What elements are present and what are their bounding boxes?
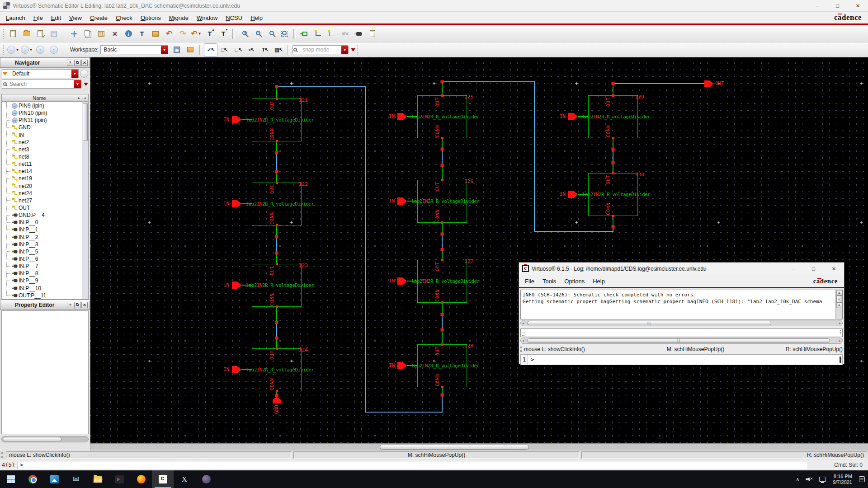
property-editor-header[interactable]: Property Editor ? ⧉ ✕ xyxy=(0,300,90,310)
create-pin-button[interactable] xyxy=(352,27,366,40)
navigator-search-box[interactable]: ▼ xyxy=(2,80,81,89)
menu-tools[interactable]: Tools xyxy=(538,277,560,286)
workspace-dropdown-icon[interactable]: ▼ xyxy=(161,46,168,54)
volume-muted-icon[interactable] xyxy=(802,477,816,482)
tray-expand-icon[interactable]: ∧ xyxy=(793,477,802,482)
workspace-combo[interactable]: Basic ▼ xyxy=(100,45,168,54)
schematic-instance-I26[interactable]: I26OUTCONNlab2IN2R_R_voltageDividerIN xyxy=(417,180,467,223)
taskbar-x-server[interactable]: X xyxy=(174,470,195,488)
schematic-instance-I25[interactable]: I25OUTCONNlab2IN2R_R_voltageDividerIN xyxy=(417,95,467,138)
tree-item-in-p-9[interactable]: IN:P__9 xyxy=(2,277,82,284)
tree-item-pin9-ipin-[interactable]: objPIN9 (ipin) xyxy=(2,102,82,109)
navigator-help-button[interactable]: ? xyxy=(67,60,73,66)
tree-item-pin11-ipin-[interactable]: objPIN11 (ipin) xyxy=(2,117,82,124)
tree-item-in-p-1[interactable]: IN:P__1 xyxy=(2,226,82,233)
tree-item-in-p-10[interactable]: IN:P__10 xyxy=(2,285,82,292)
minimize-button[interactable]: – xyxy=(807,0,827,11)
tree-item-net24[interactable]: net24 xyxy=(2,190,82,197)
tree-item-in-p-3[interactable]: IN:P__3 xyxy=(2,241,82,248)
create-narrow-wire-button[interactable] xyxy=(325,27,339,40)
property-editor-float-button[interactable]: ⧉ xyxy=(74,302,80,308)
create-label-button[interactable]: abc xyxy=(339,27,352,40)
top-hierarchy-button[interactable]: ↑ xyxy=(47,43,61,56)
scroll-left-icon[interactable]: ◂ xyxy=(522,321,524,325)
filter-dropdown-icon[interactable]: ▼ xyxy=(71,70,78,78)
tree-item-out[interactable]: OUT xyxy=(2,204,82,211)
undo-history-button[interactable]: ↶▼ xyxy=(189,27,203,40)
taskbar-file-explorer[interactable] xyxy=(87,470,108,488)
scroll-up-icon[interactable]: ▲ xyxy=(836,290,842,296)
navigator-float-button[interactable]: ⧉ xyxy=(74,60,80,66)
taskbar-photos[interactable] xyxy=(43,470,65,488)
close-button[interactable]: ✕ xyxy=(848,0,868,11)
wire-select-button[interactable]: ∟↖ xyxy=(231,43,245,56)
tree-item-in-p-7[interactable]: IN:P__7 xyxy=(2,263,82,270)
taskbar-clock[interactable]: 8:16 PM 9/7/2021 xyxy=(829,474,856,485)
select-mode-button[interactable]: ✓↖ xyxy=(204,43,217,56)
up-hierarchy-button[interactable]: ↑ xyxy=(33,43,47,56)
schematic-instance-I21[interactable]: I21OUTCONNlab2IN2R_R_voltageDividerIN xyxy=(252,99,302,141)
log-output-area[interactable]: INFO (SCH-1426): Schematic check complet… xyxy=(520,290,843,319)
tree-item-gnd[interactable]: GND xyxy=(2,124,82,131)
network-icon[interactable] xyxy=(816,477,829,482)
tree-item-net8[interactable]: net8 xyxy=(2,153,82,160)
menu-check[interactable]: Check xyxy=(112,13,137,23)
snap-mode-combo[interactable]: snap mode ▼ xyxy=(292,45,349,54)
scrollbar-thumb[interactable]: ∥∥ xyxy=(527,338,830,343)
name-column-header[interactable]: Name xyxy=(2,95,77,101)
search-options-dropdown-icon[interactable] xyxy=(84,83,88,86)
log-window-titlebar[interactable]: Virtuoso® 6.1.5 - Log: /home/dimapd1/CDS… xyxy=(519,263,844,275)
label-select-button[interactable]: T↖ xyxy=(258,43,272,56)
tree-item-net2[interactable]: net2 xyxy=(2,139,82,146)
navigate-button[interactable] xyxy=(149,27,162,40)
create-block-button[interactable] xyxy=(366,27,379,40)
snap-options-dropdown-icon[interactable] xyxy=(351,48,355,52)
pin-select-button[interactable]: ▪↖ xyxy=(245,43,258,56)
tree-item-pin10-ipin-[interactable]: objPIN10 (ipin) xyxy=(2,109,82,117)
menu-view[interactable]: View xyxy=(65,13,86,23)
redo-button[interactable]: ↷ xyxy=(176,27,189,40)
tree-item-net27[interactable]: net27 xyxy=(2,197,82,204)
text-size-down-button[interactable]: T▼ xyxy=(217,27,230,40)
schematic-instance-I27[interactable]: I27OUTCONNlab2IN2R_R_voltageDividerIN xyxy=(417,260,467,303)
zoom-in-button[interactable] xyxy=(237,27,250,40)
scroll-right-icon[interactable]: ▸ xyxy=(839,338,841,343)
scroll-right-icon[interactable]: ▸ xyxy=(839,321,841,325)
menu-window[interactable]: Window xyxy=(193,13,222,23)
schematic-instance-I30[interactable]: I30OUTCONNlab2IN2R_R_voltageDividerIN xyxy=(588,173,638,216)
log-vertical-scrollbar[interactable]: ▲ ≡ ▼ xyxy=(835,290,842,319)
tree-item-net11[interactable]: net11 xyxy=(2,160,82,168)
zoom-fit-button[interactable] xyxy=(278,27,291,40)
forward-button[interactable]: →▼ xyxy=(20,43,33,56)
log-close-button[interactable]: ✕ xyxy=(824,263,844,275)
tree-item-in-p-8[interactable]: IN:P__8 xyxy=(2,270,82,277)
info-button[interactable]: i xyxy=(122,27,135,40)
save-workspace-button[interactable] xyxy=(170,43,184,56)
save-button[interactable] xyxy=(47,27,61,40)
snap-mode-dropdown-icon[interactable]: ▼ xyxy=(341,46,348,54)
schematic-instance-I22[interactable]: I22OUTCONNlab2IN2R_R_voltageDividerIN xyxy=(252,183,302,225)
tree-item-in-p-2[interactable]: IN:P__2 xyxy=(2,234,82,241)
menu-migrate[interactable]: Migrate xyxy=(165,13,193,23)
schematic-canvas[interactable]: I21OUTCONNlab2IN2R_R_voltageDividerINI22… xyxy=(90,57,868,450)
menu-help[interactable]: Help xyxy=(246,13,267,23)
search-dropdown-icon[interactable]: ▼ xyxy=(74,80,81,88)
tree-item-in-p-0[interactable]: IN:P__0 xyxy=(2,219,82,226)
canvas-horizontal-scrollbar[interactable] xyxy=(90,443,868,450)
navigator-filter-combo[interactable]: Default ▼ xyxy=(2,69,79,78)
scroll-left-icon[interactable]: ◂ xyxy=(522,338,524,343)
save-check-button[interactable] xyxy=(33,27,47,40)
input-spinner-icon[interactable]: ▲▼ xyxy=(839,329,842,334)
move-button[interactable] xyxy=(67,27,81,40)
menu-file[interactable]: File xyxy=(29,13,47,23)
property-editor-close-button[interactable]: ✕ xyxy=(81,302,88,308)
prop-select-button[interactable]: ▤↖ xyxy=(272,43,285,56)
log-horizontal-scrollbar[interactable]: ◂ ∥∥ ▸ xyxy=(520,320,843,326)
tree-item-in-p-5[interactable]: IN:P__5 xyxy=(2,248,82,255)
ciw-log-window[interactable]: Virtuoso® 6.1.5 - Log: /home/dimapd1/CDS… xyxy=(519,262,844,364)
property-editor-help-button[interactable]: ? xyxy=(67,302,73,308)
filter-more-button[interactable]: … xyxy=(80,70,88,78)
tree-item-in-p-6[interactable]: IN:P__6 xyxy=(2,255,82,263)
dropdown-icon[interactable]: ▼ xyxy=(16,48,19,52)
schematic-instance-I28[interactable]: I28OUTCONNlab2IN2R_R_voltageDividerIN xyxy=(417,344,467,387)
